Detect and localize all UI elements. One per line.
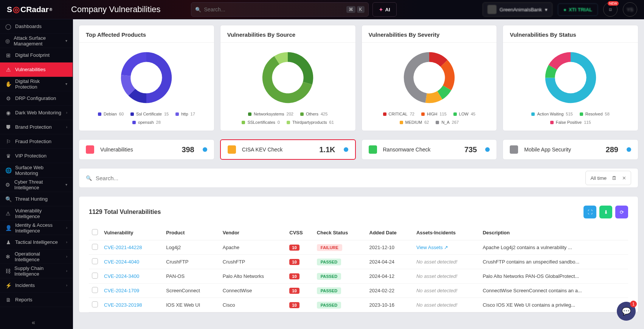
sidebar-item-supplychain[interactable]: ⛓Supply Chain Intelligence› [0, 264, 73, 278]
row-checkbox[interactable] [92, 258, 98, 264]
page-title: Company Vulnerabilities [71, 5, 160, 14]
cve-link[interactable]: CVE-2024-3400 [104, 273, 139, 279]
table-row[interactable]: CVE-2021-44228 Log4j2 Apache 10 FAILURE … [89, 240, 628, 255]
legend-item[interactable]: openssh28 [132, 120, 161, 125]
legend-item[interactable]: SSLcertificates0 [242, 120, 280, 125]
trial-badge[interactable]: ● XTI TRIAL [558, 3, 598, 16]
table-search-input[interactable] [96, 175, 585, 181]
sidebar-item-asm[interactable]: ◎Attack Surface Management▾ [0, 34, 73, 48]
legend-item[interactable]: HIGH115 [421, 112, 447, 116]
sidebar-item-vuln-intel[interactable]: ⚠Vulnerability Intelligence [0, 206, 73, 221]
time-range-select[interactable]: All time 🗓 ✕ [585, 171, 631, 185]
org-switcher[interactable]: GreenAnimalsBank ▾ [483, 2, 552, 17]
sidebar-item-operational[interactable]: ✻Operational Intelligence› [0, 249, 73, 264]
sidebar-item-digital-footprint[interactable]: ⊞Digital Footprint [0, 48, 73, 62]
donut-chart-severity[interactable] [399, 47, 459, 108]
stat-cisa-kev[interactable]: CISA KEV Check 1.1K [220, 139, 356, 160]
global-search-input[interactable] [204, 6, 345, 12]
row-checkbox[interactable] [92, 273, 98, 279]
legend-item[interactable]: Debian60 [98, 112, 124, 116]
cve-link[interactable]: CVE-2023-20198 [104, 302, 142, 308]
cve-link[interactable]: CVE-2024-1709 [104, 288, 139, 293]
gear-icon: ⚙ [5, 182, 11, 188]
sidebar-item-vip[interactable]: ♛VIP Protection [0, 149, 73, 163]
col-vendor[interactable]: Vendor [220, 225, 286, 240]
sidebar-item-brand[interactable]: ⛊Brand Protection› [0, 120, 73, 134]
donut-chart-products[interactable] [116, 47, 177, 108]
download-icon: ⬇ [604, 209, 608, 215]
legend-item[interactable]: CRITICAL72 [383, 112, 414, 116]
status-badge: PASSED [317, 302, 341, 309]
legend-item[interactable]: http17 [175, 112, 195, 116]
info-icon[interactable] [485, 147, 490, 152]
close-icon[interactable]: ✕ [622, 175, 626, 181]
donut-chart-source[interactable] [258, 47, 318, 108]
legend-item[interactable]: N_A267 [436, 120, 459, 125]
sidebar-item-surfaceweb[interactable]: 🌐Surface Web Monitoring [0, 163, 73, 178]
legend-item[interactable]: LOW45 [453, 112, 475, 116]
info-icon[interactable] [203, 147, 207, 152]
sidebar-item-tactical[interactable]: ♟Tactical Intelligence› [0, 235, 73, 249]
col-cvss[interactable]: CVSS [286, 225, 314, 240]
legend-item[interactable]: False Positive115 [550, 120, 591, 125]
info-icon[interactable] [627, 147, 631, 152]
table-row[interactable]: CVE-2024-3400 PAN-OS Palo Alto Networks … [89, 269, 628, 284]
legend-source: Networksystems202Others425SSLcertificate… [227, 112, 349, 125]
chat-fab[interactable]: 💬 1 [617, 302, 636, 321]
table-row[interactable]: CVE-2024-1709 ScreenConnect ConnectWise … [89, 284, 628, 298]
global-search[interactable]: 🔍 ⌘ K [191, 2, 369, 17]
sidebar-item-drp[interactable]: ✋Digital Risk Protection▾ [0, 77, 73, 91]
refresh-button[interactable]: ⟳ [615, 206, 628, 218]
stat-ransomware[interactable]: Ransomware Check 735 [362, 139, 497, 160]
sparkle-icon: ✦ [379, 7, 383, 12]
col-product[interactable]: Product [163, 225, 220, 240]
sidebar-item-darkweb[interactable]: ◉Dark Web Monitoring› [0, 106, 73, 120]
col-vulnerability[interactable]: Vulnerability [101, 225, 163, 240]
view-assets-link[interactable]: View Assets ↗ [416, 245, 448, 250]
sidebar-collapse-button[interactable]: « [0, 316, 73, 329]
ai-button[interactable]: ✦ AI [372, 2, 397, 17]
user-avatar[interactable]: YS [623, 2, 637, 17]
legend-item[interactable]: Networksystems202 [248, 112, 293, 116]
sidebar-item-cti[interactable]: ⚙Cyber Threat Intelligence▾ [0, 178, 73, 192]
sidebar-item-dashboards[interactable]: ◯Dashboards [0, 19, 73, 34]
cve-link[interactable]: CVE-2024-4040 [104, 259, 139, 265]
col-check-status[interactable]: Check Status [314, 225, 366, 240]
sidebar-item-drp-config[interactable]: ⚙DRP Configuration [0, 91, 73, 106]
col-description[interactable]: Description [480, 225, 628, 240]
stat-vulnerabilities[interactable]: Vulnerabilities 398 [79, 139, 214, 160]
legend-item[interactable]: Others425 [300, 112, 327, 116]
table-row[interactable]: CVE-2024-4040 CrushFTP CrushFTP 10 PASSE… [89, 255, 628, 269]
brand-logo[interactable]: S◎CRadar® [7, 5, 52, 14]
row-checkbox[interactable] [92, 301, 98, 307]
legend-item[interactable]: MEDIUM62 [400, 120, 429, 125]
sidebar-item-vulnerabilities[interactable]: ⚠Vulnerabilities [0, 62, 73, 77]
row-checkbox[interactable] [92, 287, 98, 293]
fullscreen-button[interactable]: ⛶ [583, 206, 596, 218]
swatch-icon [531, 112, 535, 116]
legend-item[interactable]: Action Waiting515 [531, 112, 573, 116]
info-icon[interactable] [344, 147, 348, 152]
sidebar-item-incidents[interactable]: ⚡Incidents› [0, 278, 73, 293]
swatch-icon [175, 112, 179, 116]
cve-link[interactable]: CVE-2021-44228 [104, 245, 142, 250]
row-checkbox[interactable] [92, 244, 98, 250]
sidebar-item-fraud[interactable]: ⚐Fraud Protection [0, 134, 73, 149]
sidebar-item-identity[interactable]: 👤Identity & Access Intelligence› [0, 221, 73, 235]
notifications-button[interactable]: ⧇ NEW [603, 2, 618, 17]
legend-item[interactable]: Ssl Certificate15 [130, 112, 169, 116]
sliders-icon: ⚙ [5, 95, 11, 101]
stat-mobile-app[interactable]: Mobile App Security 289 [503, 139, 638, 160]
legend-item[interactable]: Thirdpartyproducts61 [287, 120, 334, 125]
sidebar: ◯Dashboards ◎Attack Surface Management▾ … [0, 19, 73, 329]
legend-item[interactable]: Resolved58 [580, 112, 610, 116]
sidebar-item-reports[interactable]: 🗎Reports [0, 293, 73, 307]
col-added-date[interactable]: Added Date [366, 225, 413, 240]
donut-chart-status[interactable] [540, 47, 601, 108]
chat-icon: 💬 [622, 307, 631, 316]
select-all-checkbox[interactable] [92, 229, 98, 235]
sidebar-item-threat-hunting[interactable]: 🔍Threat Hunting [0, 192, 73, 206]
download-button[interactable]: ⬇ [599, 206, 612, 218]
table-row[interactable]: CVE-2023-20198 IOS XE Web UI Cisco 10 PA… [89, 298, 628, 312]
col-assets[interactable]: Assets-Incidents [413, 225, 480, 240]
